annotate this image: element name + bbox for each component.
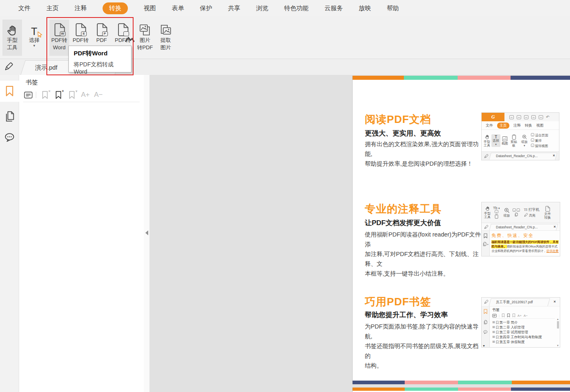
mini-pencil-icon <box>484 225 489 229</box>
expand-bookmarks-button[interactable]: ▾ <box>68 90 75 99</box>
mini-bookmark-item: ⊞第四章 工作时间与考勤制度 <box>492 335 555 339</box>
tooltip-title: PDF转Word <box>74 50 126 57</box>
bookmark-add-icon <box>55 91 62 99</box>
font-increase-button[interactable]: A+ <box>81 90 90 99</box>
mini-zoom-tool: 缩放▾ <box>520 134 529 148</box>
mini-file-convert: 文件转换 <box>543 205 552 220</box>
menu-file[interactable]: 文件 <box>18 4 31 12</box>
menu-convert[interactable]: 转换 <box>103 2 128 14</box>
save-icon <box>517 115 521 119</box>
mini-menu-view: 视图 <box>536 123 544 128</box>
toolbar-divider <box>36 92 36 98</box>
mini-doc-tab: Datasheet_Reader_CN.p... <box>491 154 538 158</box>
foxit-logo: G <box>482 113 504 121</box>
select-tool-button[interactable]: T 选择 ▾ <box>24 20 44 56</box>
image-to-pdf-icon <box>138 24 151 37</box>
hand-tool-button[interactable]: 手型 工具 <box>2 20 22 56</box>
print-icon <box>524 115 528 119</box>
mini-menu-convert: 转换 <box>525 123 532 128</box>
extract-image-button[interactable]: 提取 图片 <box>156 20 175 56</box>
mini-close-icon: × <box>554 225 556 229</box>
menu-cloud[interactable]: 云服务 <box>324 4 343 12</box>
menu-comment[interactable]: 注释 <box>75 4 87 12</box>
page-bottom-color-bar <box>353 381 570 384</box>
delete-bookmark-button[interactable]: × <box>42 90 48 99</box>
annotate-pencil-icon[interactable] <box>4 62 13 71</box>
new-doc-icon <box>539 115 543 119</box>
navigation-rail <box>0 75 19 392</box>
chevron-down-icon: ▾ <box>24 44 44 47</box>
mini-bookmark-item: ⊞第三章 试用期管理 <box>492 330 555 335</box>
mini-panel-title: 书签 <box>492 307 555 313</box>
mini-clipboard-tool: 剪贴板 <box>509 134 518 148</box>
mini-left-rail: ▸ <box>482 231 490 256</box>
menu-help[interactable]: 帮助 <box>387 4 399 12</box>
section2-subheading: 让PDF文档发挥更大价值 <box>365 218 441 228</box>
tooltip-body: 将PDF文档转成Word <box>74 61 126 75</box>
mini-close-icon: × <box>554 300 556 304</box>
mini-scrollbar: ▲ ▼ <box>556 318 559 348</box>
document-viewport[interactable]: 阅读PDF文档 更强大、更实用、更高效 拥有出色的文档渲染效果,强大的页面管理功… <box>150 75 570 392</box>
screenshot-bookmarks-ui: 员工手册_20120917.pdf × ▼ 书签 | <box>481 297 560 348</box>
mini-snapshot-tool: 截图 <box>500 136 509 146</box>
section3-body-line: 为PDF页面添加书签,除了实现内容的快速导航, <box>365 322 483 341</box>
mini-left-rail: ▼ <box>482 307 490 348</box>
collapse-panel-icon[interactable] <box>145 230 148 235</box>
mini-doc-tab: Datasheet_Reader_CN.p... <box>491 225 538 229</box>
font-decrease-button[interactable]: A− <box>94 90 103 99</box>
mini-typewriter-highlight: TI 打字机 高亮 <box>523 207 541 218</box>
menu-home[interactable]: 主页 <box>46 4 59 12</box>
mail-icon <box>531 115 536 119</box>
open-folder-icon <box>509 115 514 119</box>
mini-doc-text: 福昕阅读器采用Office风格的选项卡式 <box>507 245 557 248</box>
highlighted-text: 档与表单。 <box>491 245 507 248</box>
pdf-to-word-tooltip: PDF转Word 将PDF文档转成Word <box>68 46 132 72</box>
section3-subheading: 帮助您提升工作、学习效率 <box>365 310 448 320</box>
pages-panel-button[interactable] <box>0 106 19 127</box>
pages-icon <box>4 111 15 122</box>
panel-splitter[interactable] <box>144 75 150 392</box>
mini-menu-file: 文件 <box>486 123 493 128</box>
pdf-to-word-button[interactable]: W PDF转 Word <box>49 20 69 56</box>
list-icon <box>24 92 33 99</box>
mini-page-stack <box>511 208 521 218</box>
menu-share[interactable]: 共享 <box>228 4 240 12</box>
mini-bookmark-item: ⊞第一章 简介 <box>492 320 555 325</box>
mini-zoom-tool: 缩放 <box>502 207 511 218</box>
mini-select-tool: T 选择▾ <box>491 134 500 147</box>
document-tab-label: 演示.pdf <box>35 64 57 72</box>
section3-heading: 巧用PDF书签 <box>365 295 431 309</box>
pdf-page-2 <box>352 388 570 392</box>
add-bookmark-button[interactable]: + <box>55 90 62 99</box>
bookmark-options-button[interactable] <box>24 90 33 99</box>
section1-body-line: 拥有出色的文档渲染效果,强大的页面管理功能, <box>365 139 483 159</box>
bookmark-delete-icon <box>42 91 48 99</box>
page-top-color-bar <box>353 76 570 80</box>
mini-hand-tool: 手型工具 <box>483 205 492 220</box>
mini-pencil-icon <box>484 154 489 158</box>
mini-collapse-icon: ▼ <box>482 344 485 347</box>
mini-bookmark-item: ⊞第五章 休假制度 <box>492 339 555 344</box>
screenshot-reader-ui: G ↶ 文件 主页 注释 转换 视图 <box>481 112 559 160</box>
section1-heading: 阅读PDF文档 <box>365 112 431 127</box>
bookmark-icon <box>5 85 14 97</box>
menu-present[interactable]: 放映 <box>359 4 371 12</box>
menu-browse[interactable]: 浏览 <box>256 4 268 12</box>
mini-doc-tab: 员工手册_20120917.pdf <box>491 300 533 304</box>
menu-view[interactable]: 视图 <box>144 4 156 12</box>
mini-doc-heading: 免费、快速、安全 <box>491 232 559 239</box>
menu-protect[interactable]: 保护 <box>200 4 212 12</box>
page-top-color-bar <box>353 388 570 391</box>
panel-divider <box>23 102 140 102</box>
mini-menu-comment: 注释 <box>513 123 521 128</box>
comments-panel-button[interactable] <box>0 127 19 148</box>
mini-doc-text: 企业和政府机构的PDF查看需求而设计， <box>491 249 546 253</box>
section2-body-line: 加注释,可对PDF文档进行高亮、下划线、注释、文 <box>365 249 483 269</box>
image-to-pdf-button[interactable]: 图片 转PDF <box>135 20 155 56</box>
menu-features[interactable]: 特色功能 <box>284 4 309 12</box>
bookmarks-panel-button[interactable] <box>0 81 19 102</box>
section1-body-line: 帮助提升效率,是您阅读PDF的理想选择！ <box>365 159 483 169</box>
menu-form[interactable]: 表单 <box>172 4 184 12</box>
mini-close-icon: × <box>553 153 555 158</box>
mini-doc-link: 提供批量 <box>546 249 559 253</box>
